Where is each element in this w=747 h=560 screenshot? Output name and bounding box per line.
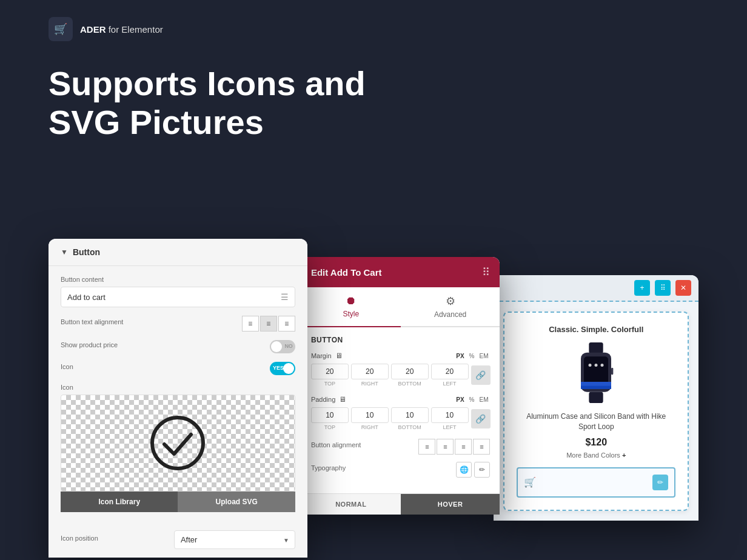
- svg-rect-10: [611, 368, 613, 375]
- padding-header: Padding 🖥 PX % EM: [311, 395, 491, 404]
- content-input[interactable]: [61, 288, 275, 307]
- show-price-row: Show product price NO: [61, 340, 295, 353]
- bottom-tab-hover[interactable]: HOVER: [401, 494, 500, 515]
- chevron-icon: ▼: [61, 248, 68, 256]
- padding-px-btn[interactable]: PX: [454, 396, 466, 404]
- padding-left-input[interactable]: [431, 407, 469, 423]
- toggle-yes-label: YES: [273, 365, 284, 371]
- content-input-row: ☰: [61, 287, 295, 307]
- product-variants: More Band Colors +: [517, 452, 675, 459]
- padding-unit-buttons: PX % EM: [454, 396, 490, 404]
- padding-group: Padding 🖥 PX % EM TOP: [311, 395, 491, 430]
- padding-label: Padding: [311, 396, 335, 403]
- btn-align-left[interactable]: ≡: [418, 439, 435, 455]
- icon-buttons-row: Icon Library Upload SVG: [61, 492, 295, 512]
- padding-bottom-label: BOTTOM: [398, 424, 421, 430]
- advanced-tab-icon: ⚙: [446, 295, 455, 308]
- margin-left-input[interactable]: [431, 364, 469, 379]
- position-select-wrap: After Before: [174, 530, 295, 549]
- edit-panel-header: Edit Add To Cart ⠿: [301, 257, 500, 287]
- icon-field-label: Icon: [61, 384, 295, 391]
- margin-header: Margin 🖥 PX % EM: [311, 352, 491, 360]
- align-center-btn[interactable]: ≡: [260, 316, 277, 332]
- alignment-field-row: Button text alignment ≡ ≡ ≡: [61, 316, 295, 332]
- svg-point-9: [601, 364, 604, 367]
- padding-top-input[interactable]: [311, 407, 349, 423]
- edit-pencil-btn[interactable]: ✏: [652, 475, 668, 490]
- margin-label-row: Margin 🖥: [311, 352, 343, 360]
- btn-align-right[interactable]: ≡: [455, 439, 472, 455]
- alignment-buttons: ≡ ≡ ≡: [242, 316, 295, 332]
- product-card: Classic. Simple. Colorfull: [503, 312, 689, 511]
- margin-group: Margin 🖥 PX % EM TOP: [311, 352, 491, 387]
- align-left-btn[interactable]: ≡: [242, 316, 259, 332]
- product-name: Aluminum Case and Silicon Band with Hike…: [517, 412, 675, 432]
- checkmark-svg-icon: [147, 413, 208, 473]
- panel-title: Button: [73, 247, 100, 257]
- product-image-area: [517, 342, 675, 403]
- logo-text: ADER for Elementor: [80, 24, 163, 35]
- typography-row: Typography 🌐 ✏: [311, 462, 491, 478]
- tab-style[interactable]: ⏺ Style: [301, 287, 401, 326]
- show-price-toggle[interactable]: NO: [270, 340, 295, 353]
- toolbar-close-btn[interactable]: ✕: [675, 280, 691, 296]
- logo-icon: 🛒: [49, 17, 73, 41]
- toggle-knob: [271, 341, 282, 352]
- product-tagline: Classic. Simple. Colorfull: [517, 325, 675, 334]
- padding-right-label: RIGHT: [361, 424, 378, 430]
- margin-em-btn[interactable]: EM: [477, 352, 490, 360]
- panel-body: Button content ☰ Button text alignment ≡…: [49, 266, 307, 522]
- margin-pct-btn[interactable]: %: [467, 352, 477, 360]
- icon-toggle[interactable]: YES: [270, 362, 295, 375]
- position-select[interactable]: After Before: [174, 530, 295, 549]
- margin-bottom-wrap: BOTTOM: [391, 364, 429, 387]
- icon-library-btn[interactable]: Icon Library: [61, 492, 178, 512]
- padding-right-wrap: RIGHT: [351, 407, 389, 430]
- upload-svg-btn[interactable]: Upload SVG: [178, 492, 295, 512]
- padding-right-input[interactable]: [351, 407, 389, 423]
- padding-bottom-input[interactable]: [391, 407, 429, 423]
- button-section-title: Button: [311, 336, 491, 344]
- add-to-cart-preview-btn[interactable]: 🛒 ✏: [517, 467, 675, 498]
- align-right-btn[interactable]: ≡: [278, 316, 295, 332]
- typo-globe-btn[interactable]: 🌐: [456, 462, 472, 478]
- btn-align-justify[interactable]: ≡: [473, 439, 490, 455]
- header: 🛒 ADER for Elementor: [0, 0, 747, 58]
- margin-right-wrap: RIGHT: [351, 364, 389, 387]
- padding-top-wrap: TOP: [311, 407, 349, 430]
- typography-icons: 🌐 ✏: [456, 462, 490, 478]
- padding-inputs: TOP RIGHT BOTTOM LEFT 🔗: [311, 407, 491, 430]
- tab-advanced[interactable]: ⚙ Advanced: [401, 287, 500, 326]
- padding-left-label: LEFT: [443, 424, 457, 430]
- margin-unit-buttons: PX % EM: [454, 352, 490, 360]
- padding-em-btn[interactable]: EM: [477, 396, 490, 404]
- margin-bottom-input[interactable]: [391, 364, 429, 379]
- icon-toggle-label: Icon: [61, 363, 73, 370]
- bottom-tab-normal[interactable]: NORMAL: [301, 494, 401, 515]
- style-tab-icon: ⏺: [346, 295, 357, 307]
- elementor-settings-panel: ▼ Button Button content ☰ Button text al…: [49, 239, 307, 558]
- btn-align-center[interactable]: ≡: [437, 439, 454, 455]
- button-alignment-row: Button alignment ≡ ≡ ≡ ≡: [311, 439, 491, 455]
- tab-style-label: Style: [343, 310, 359, 318]
- margin-top-input[interactable]: [311, 364, 349, 379]
- toolbar-plus-btn[interactable]: +: [634, 280, 650, 296]
- margin-inputs: TOP RIGHT BOTTOM LEFT 🔗: [311, 364, 491, 387]
- hero-title: Supports Icons and SVG Pictures: [49, 64, 412, 142]
- padding-link-btn[interactable]: 🔗: [471, 409, 491, 428]
- icon-toggle-knob: [283, 363, 294, 374]
- typo-pencil-btn[interactable]: ✏: [474, 462, 490, 478]
- margin-px-btn[interactable]: PX: [454, 352, 466, 360]
- input-icon-btn[interactable]: ☰: [275, 287, 295, 307]
- margin-link-btn[interactable]: 🔗: [471, 365, 491, 385]
- dots-icon[interactable]: ⠿: [482, 265, 490, 279]
- margin-label: Margin: [311, 352, 332, 359]
- tab-advanced-label: Advanced: [434, 310, 466, 319]
- toolbar-grid-btn[interactable]: ⠿: [655, 280, 671, 296]
- edit-panel-title: Edit Add To Cart: [311, 267, 382, 278]
- padding-pct-btn[interactable]: %: [467, 396, 477, 404]
- margin-right-input[interactable]: [351, 364, 389, 379]
- margin-left-label: LEFT: [443, 381, 457, 387]
- edit-panel-body: Button Margin 🖥 PX % EM: [301, 327, 500, 493]
- alignment-label: Button text alignment: [61, 318, 123, 325]
